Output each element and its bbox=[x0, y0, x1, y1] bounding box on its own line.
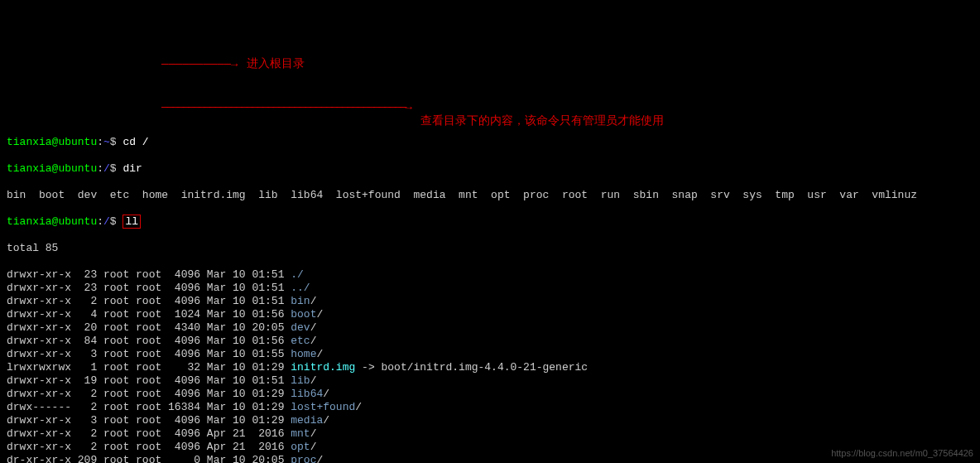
arrow-annotation: ──────────→ bbox=[161, 58, 238, 71]
ll-row: dr-xr-xr-x 209 root root 0 Mar 10 20:05 … bbox=[7, 454, 973, 463]
prompt-line: tianxia@ubuntu:/$ ll bbox=[7, 215, 973, 229]
file-name: lib bbox=[291, 374, 310, 387]
file-name: initrd.img bbox=[291, 361, 355, 374]
ll-row: drwxr-xr-x 2 root root 4096 Apr 21 2016 … bbox=[7, 427, 973, 441]
file-name: ../ bbox=[291, 282, 310, 294]
ll-row: drwx------ 2 root root 16384 Mar 10 01:2… bbox=[7, 401, 973, 414]
file-name: proc bbox=[291, 454, 316, 463]
total-line: total 85 bbox=[7, 242, 973, 255]
ll-row: drwxr-xr-x 19 root root 4096 Mar 10 01:5… bbox=[7, 374, 973, 388]
watermark: https://blog.csdn.net/m0_37564426 bbox=[831, 446, 973, 460]
ll-row: drwxr-xr-x 84 root root 4096 Mar 10 01:5… bbox=[7, 335, 973, 348]
cmd-cd: cd / bbox=[122, 136, 148, 148]
file-name: media bbox=[291, 414, 323, 427]
ll-row: drwxr-xr-x 2 root root 4096 Apr 21 2016 … bbox=[7, 441, 973, 454]
file-name: home bbox=[291, 348, 316, 360]
file-name: opt bbox=[291, 441, 310, 453]
annotation-cd: 进入根目录 bbox=[247, 57, 305, 70]
file-name: dev bbox=[291, 321, 310, 334]
annotation-ll: 查看目录下的内容，该命令只有管理员才能使用 bbox=[420, 114, 664, 128]
arrow-annotation: ────────────────────────────────────────… bbox=[161, 101, 411, 114]
ll-row: drwxr-xr-x 2 root root 4096 Mar 10 01:29… bbox=[7, 388, 973, 401]
file-name: ./ bbox=[291, 268, 304, 281]
file-name: lost+found bbox=[291, 401, 355, 413]
ll-output: drwxr-xr-x 23 root root 4096 Mar 10 01:5… bbox=[7, 268, 973, 463]
ll-row: drwxr-xr-x 4 root root 1024 Mar 10 01:56… bbox=[7, 308, 973, 321]
ll-row: lrwxrwxrwx 1 root root 32 Mar 10 01:29 i… bbox=[7, 361, 973, 374]
file-name: lib64 bbox=[291, 388, 323, 400]
ll-row: drwxr-xr-x 3 root root 4096 Mar 10 01:29… bbox=[7, 414, 973, 427]
prompt-line: tianxia@ubuntu:/$ dir bbox=[7, 162, 973, 176]
file-name: bin bbox=[291, 295, 310, 307]
cmd-dir: dir bbox=[122, 162, 142, 175]
prompt-path: ~ bbox=[103, 136, 110, 148]
ll-row: drwxr-xr-x 23 root root 4096 Mar 10 01:5… bbox=[7, 268, 973, 282]
terminal-window[interactable]: ──────────→ 进入根目录 ──────────────────────… bbox=[0, 53, 980, 463]
prompt-user: tianxia@ubuntu bbox=[7, 136, 97, 148]
file-name: etc bbox=[291, 335, 310, 347]
ll-row: drwxr-xr-x 3 root root 4096 Mar 10 01:55… bbox=[7, 348, 973, 361]
cmd-ll: ll bbox=[122, 215, 141, 229]
ll-row: drwxr-xr-x 23 root root 4096 Mar 10 01:5… bbox=[7, 282, 973, 295]
file-name: boot bbox=[291, 308, 316, 321]
ll-row: drwxr-xr-x 2 root root 4096 Mar 10 01:51… bbox=[7, 295, 973, 308]
dir-output: bin boot dev etc home initrd.img lib lib… bbox=[7, 189, 973, 202]
ll-row: drwxr-xr-x 20 root root 4340 Mar 10 20:0… bbox=[7, 321, 973, 335]
prompt-line: tianxia@ubuntu:~$ cd / bbox=[7, 136, 973, 149]
file-name: mnt bbox=[291, 427, 310, 440]
